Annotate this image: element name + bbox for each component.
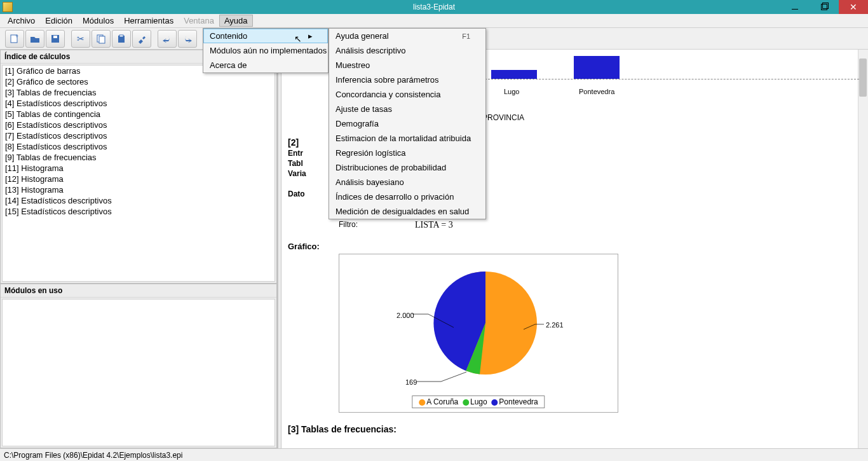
submenu-desigualdades[interactable]: Medición de desigualdades en salud xyxy=(329,204,485,219)
submenu-mortalidad[interactable]: Estimacion de la mortalidad atribuida xyxy=(329,131,485,146)
indice-entry[interactable]: [9] Tablas de frecuencias xyxy=(3,152,275,163)
submenu-demografia[interactable]: Demografía xyxy=(329,116,485,131)
scrollbar[interactable] xyxy=(858,50,868,448)
window-restore-button[interactable] xyxy=(810,0,839,14)
toolbar-copy-button[interactable] xyxy=(92,30,111,48)
indice-entry[interactable]: [6] Estadísticos descriptivos xyxy=(3,120,275,130)
menu-modulos[interactable]: Módulos xyxy=(78,15,119,27)
toolbar-new-button[interactable]: + xyxy=(5,30,24,48)
app-icon xyxy=(3,2,13,12)
menu-ayuda[interactable]: Ayuda xyxy=(219,15,253,27)
pie-leaders xyxy=(339,254,619,394)
panel-modulos: Módulos en uso xyxy=(0,284,277,448)
submenu-ajuste-tasas[interactable]: Ajuste de tasas xyxy=(329,102,485,116)
indice-entry[interactable]: [14] Estadísticos descriptivos xyxy=(3,195,275,206)
menu-archivo[interactable]: Archivo xyxy=(3,15,40,27)
toolbar-open-button[interactable] xyxy=(25,30,44,48)
bar-x-axis-title: PROVINCIA xyxy=(482,113,859,122)
indice-entry[interactable]: [12] Histograma xyxy=(3,174,275,184)
submenu-concordancia[interactable]: Concordancia y consistencia xyxy=(329,87,485,102)
menu-item-label: Acerca de xyxy=(210,60,247,70)
submenu-inferencia[interactable]: Inferencia sobre parámetros xyxy=(329,72,485,87)
bar-lugo xyxy=(491,70,537,79)
help-menu-contenido[interactable]: Contenido ▸ xyxy=(203,29,328,43)
pie-chart-box: 2.000 2.261 169 A Coruña Lugo Pontevedra xyxy=(339,254,618,413)
toolbar-undo-button[interactable] xyxy=(158,30,177,48)
indice-entry[interactable]: [7] Estadísticos descriptivos xyxy=(3,130,275,141)
submenu-regresion[interactable]: Regresión logística xyxy=(329,146,485,160)
info-filtro: Filtro: LISTA = 3 xyxy=(339,220,859,230)
submenu-ayuda-general[interactable]: Ayuda generalF1 xyxy=(329,29,485,43)
submenu-bayesiano[interactable]: Análisis bayesiano xyxy=(329,175,485,189)
panel-indice: Índice de cálculos [1] Gráfico de barras… xyxy=(0,50,277,284)
window-minimize-button[interactable] xyxy=(780,0,810,14)
legend-dot-lugo xyxy=(463,399,469,406)
menu-ventana[interactable]: Ventana xyxy=(179,15,219,27)
submenu-distribuciones[interactable]: Distribuciones de probabilidad xyxy=(329,160,485,175)
left-panels: Índice de cálculos [1] Gráfico de barras… xyxy=(0,50,278,448)
panel-modulos-body xyxy=(2,299,275,446)
bar-pontevedra xyxy=(574,56,620,79)
svg-rect-7 xyxy=(119,35,123,37)
panel-modulos-title: Módulos en uso xyxy=(1,284,276,298)
toolbar-save-button[interactable] xyxy=(46,30,65,48)
help-menu-modulos-no-implementados[interactable]: Módulos aún no implementados xyxy=(203,43,328,58)
bar-baseline xyxy=(478,79,859,79)
help-menu-dropdown: Contenido ▸ Módulos aún no implementados… xyxy=(203,28,329,73)
pie-legend: A Coruña Lugo Pontevedra xyxy=(412,396,545,408)
grafico-label: Gráfico: xyxy=(288,242,859,251)
indice-entry[interactable]: [3] Tablas de frecuencias xyxy=(3,87,275,98)
scroll-thumb[interactable] xyxy=(859,58,867,97)
window-title: lista3-Epidat xyxy=(413,3,455,11)
menu-bar: Archivo Edición Módulos Herramientas Ven… xyxy=(0,14,868,28)
indice-entry[interactable]: [13] Histograma xyxy=(3,184,275,195)
toolbar-cut-button[interactable]: ✂ xyxy=(71,30,90,48)
status-path: C:\Program Files (x86)\Epidat 4.2\Ejempl… xyxy=(4,451,182,460)
submenu-indices[interactable]: Índices de desarrollo o privación xyxy=(329,189,485,204)
toolbar-redo-button[interactable] xyxy=(178,30,197,48)
menu-herramientas[interactable]: Herramientas xyxy=(119,15,179,27)
contenido-submenu: Ayuda generalF1 Análisis descriptivo Mue… xyxy=(329,28,486,219)
svg-rect-5 xyxy=(99,36,105,43)
indice-entry[interactable]: [2] Gráfico de sectores xyxy=(3,76,275,87)
panel-indice-body: [1] Gráfico de barras[2] Gráfico de sect… xyxy=(2,65,275,282)
menu-item-label: Módulos aún no implementados xyxy=(210,46,327,55)
help-menu-acerca-de[interactable]: Acerca de xyxy=(203,58,328,72)
toolbar-paste-button[interactable] xyxy=(112,30,131,48)
indice-entry[interactable]: [8] Estadísticos descriptivos xyxy=(3,141,275,152)
svg-text:+: + xyxy=(15,34,18,39)
menu-item-label: Contenido xyxy=(210,31,247,41)
indice-entry[interactable]: [4] Estadísticos descriptivos xyxy=(3,98,275,109)
status-bar: C:\Program Files (x86)\Epidat 4.2\Ejempl… xyxy=(0,448,868,461)
indice-entry[interactable]: [11] Histograma xyxy=(3,163,275,174)
svg-rect-3 xyxy=(53,36,57,38)
indice-entry[interactable]: [5] Tablas de contingencia xyxy=(3,109,275,120)
submenu-arrow-icon: ▸ xyxy=(308,31,313,41)
legend-dot-pontevedra xyxy=(491,399,498,406)
legend-dot-acoruna xyxy=(419,399,425,406)
indice-entry[interactable]: [15] Estadísticos descriptivos xyxy=(3,206,275,217)
bar-chart: Lugo Pontevedra PROVINCIA xyxy=(478,50,859,122)
title-bar: lista3-Epidat ✕ xyxy=(0,0,868,14)
window-close-button[interactable]: ✕ xyxy=(839,0,868,14)
submenu-muestreo[interactable]: Muestreo xyxy=(329,58,485,72)
bar-label-lugo: Lugo xyxy=(504,88,519,95)
menu-edicion[interactable]: Edición xyxy=(40,15,78,27)
section-3-head: [3] Tablas de frecuencias: xyxy=(288,424,859,434)
toolbar-brush-button[interactable] xyxy=(132,30,151,48)
bar-label-pontevedra: Pontevedra xyxy=(579,88,614,95)
submenu-analisis-descriptivo[interactable]: Análisis descriptivo xyxy=(329,43,485,58)
